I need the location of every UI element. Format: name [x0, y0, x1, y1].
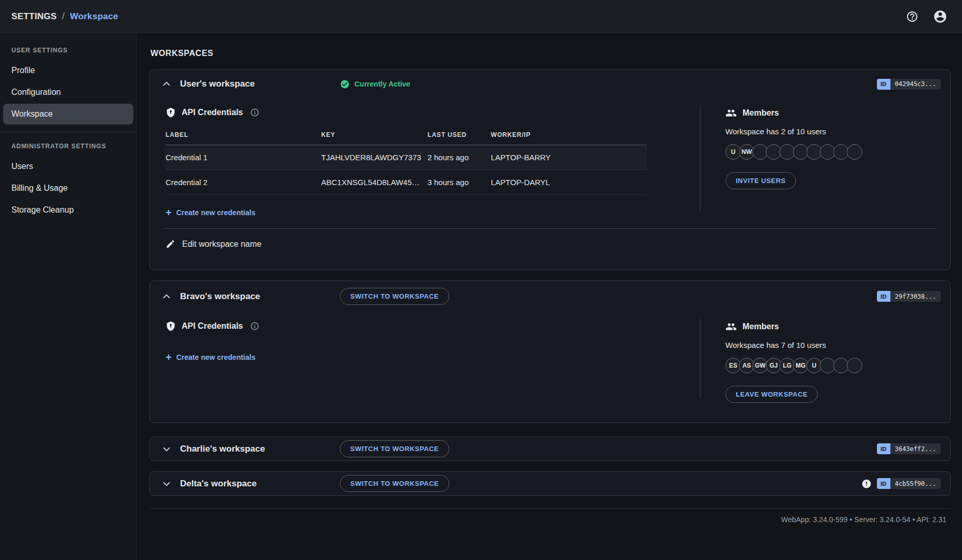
check-circle-icon — [340, 79, 350, 89]
credential-key: ABC1XNSGL54D8LAW45MA — [321, 178, 428, 187]
credentials-table-header: LABEL KEY LAST USED WORKER/IP — [166, 126, 647, 145]
workspace-id-badge[interactable]: ID 042945c3... — [877, 79, 941, 90]
topbar-actions — [904, 8, 949, 25]
id-value: 3643eff2... — [890, 443, 941, 454]
breadcrumb-settings[interactable]: SETTINGS — [11, 11, 57, 22]
credentials-table: LABEL KEY LAST USED WORKER/IP Credential… — [166, 126, 647, 195]
column-key: KEY — [321, 131, 428, 138]
leave-workspace-button[interactable]: LEAVE WORKSPACE — [725, 386, 818, 403]
id-value: 4cb55f90... — [890, 478, 941, 489]
breadcrumb: SETTINGS / Workspace — [11, 11, 118, 22]
members-section: Members Workspace has 2 of 10 users U NW — [700, 100, 937, 218]
members-avatar-row: U NW — [725, 144, 937, 160]
workspace-card-charlie: Charlie's workspace SWITCH TO WORKSPACE … — [149, 437, 951, 461]
member-avatar — [847, 358, 862, 373]
app-root: SETTINGS / Workspace USER SETTINGS Profi… — [0, 0, 962, 560]
workspace-card-delta: Delta's workspace SWITCH TO WORKSPACE ID… — [149, 471, 951, 496]
edit-workspace-name-label: Edit workspace name — [182, 240, 262, 249]
expand-chevron-down-icon[interactable] — [159, 442, 174, 456]
sidebar-item-storage-cleanup[interactable]: Storage Cleanup — [3, 200, 133, 220]
version-footer: WebApp: 3.24.0-599 • Server: 3.24.0-54 •… — [149, 508, 951, 524]
group-icon — [725, 107, 737, 119]
create-credentials-label: Create new credentials — [176, 353, 256, 361]
workspace-name: Delta's workspace — [180, 479, 257, 489]
sidebar: USER SETTINGS Profile Configuration Work… — [0, 33, 137, 560]
currently-active-status: Currently Active — [340, 79, 410, 89]
credential-label: Credential 1 — [166, 153, 321, 162]
credential-worker: LAPTOP-BARRY — [491, 153, 647, 162]
switch-to-workspace-button[interactable]: SWITCH TO WORKSPACE — [340, 475, 449, 492]
info-icon[interactable] — [250, 321, 259, 331]
credential-row[interactable]: Credential 2 ABC1XNSGL54D8LAW45MA 3 hour… — [166, 170, 647, 195]
currently-active-label: Currently Active — [354, 80, 410, 88]
credential-label: Credential 2 — [166, 178, 321, 187]
id-tag: ID — [877, 443, 890, 454]
workspace-id-badge[interactable]: ID 29f73038... — [877, 291, 941, 302]
expand-chevron-down-icon[interactable] — [159, 477, 174, 491]
api-credentials-section: API Credentials LABEL KEY LAST USED WORK… — [166, 100, 700, 218]
column-label: LABEL — [166, 131, 321, 138]
shield-key-icon — [166, 107, 176, 118]
credential-row[interactable]: Credential 1 TJAHLVDER8LAWDGY7373 2 hour… — [166, 145, 647, 170]
members-usage-text: Workspace has 7 of 10 users — [725, 341, 937, 349]
shield-key-icon — [166, 321, 176, 331]
members-header: Members — [725, 321, 937, 332]
top-bar: SETTINGS / Workspace — [0, 0, 962, 33]
members-section: Members Workspace has 7 of 10 users ES A… — [700, 314, 937, 403]
api-credentials-title: API Credentials — [182, 108, 243, 117]
workspace-id-badge[interactable]: ID 4cb55f90... — [877, 478, 941, 489]
main-content: WORKSPACES User's workspace — [137, 33, 962, 560]
sidebar-item-billing[interactable]: Billing & Usage — [3, 178, 133, 199]
workspace-header: Bravo's workspace SWITCH TO WORKSPACE ID… — [150, 281, 950, 312]
invite-users-button[interactable]: INVITE USERS — [725, 172, 796, 189]
sidebar-item-workspace[interactable]: Workspace — [3, 104, 133, 124]
page-title: WORKSPACES — [150, 49, 951, 58]
workspace-name: Charlie's workspace — [180, 444, 265, 454]
account-icon[interactable] — [932, 8, 949, 25]
id-tag: ID — [877, 291, 890, 302]
create-credentials-button[interactable]: + Create new credentials — [166, 207, 255, 218]
api-credentials-section: API Credentials + Create new credentials — [166, 314, 700, 403]
content-area: USER SETTINGS Profile Configuration Work… — [0, 33, 962, 560]
api-credentials-header: API Credentials — [166, 321, 700, 331]
api-credentials-title: API Credentials — [182, 321, 243, 331]
sidebar-item-users[interactable]: Users — [3, 156, 133, 177]
create-credentials-label: Create new credentials — [176, 208, 256, 217]
workspace-card-user: User's workspace Currently Active ID — [149, 69, 951, 270]
group-icon — [725, 321, 737, 332]
workspace-name: Bravo's workspace — [180, 291, 260, 302]
api-credentials-header: API Credentials — [166, 107, 700, 118]
help-icon[interactable] — [904, 8, 920, 25]
members-title: Members — [743, 108, 779, 118]
admin-settings-section-label: ADMINISTRATOR SETTINGS — [0, 134, 136, 155]
breadcrumb-separator: / — [62, 11, 64, 22]
card-divider — [163, 228, 937, 229]
members-title: Members — [743, 322, 779, 331]
edit-workspace-name-button[interactable]: Edit workspace name — [150, 229, 277, 270]
switch-to-workspace-button[interactable]: SWITCH TO WORKSPACE — [340, 288, 449, 305]
collapse-chevron-up-icon[interactable] — [159, 289, 174, 304]
breadcrumb-workspace: Workspace — [70, 11, 118, 22]
workspace-header: User's workspace Currently Active ID — [150, 70, 950, 98]
credential-last-used: 3 hours ago — [428, 178, 491, 187]
workspace-header: Delta's workspace SWITCH TO WORKSPACE ID… — [150, 472, 950, 495]
switch-to-workspace-button[interactable]: SWITCH TO WORKSPACE — [340, 440, 449, 457]
sidebar-divider — [0, 132, 136, 132]
credential-last-used: 2 hours ago — [428, 153, 491, 162]
pencil-icon — [166, 239, 175, 249]
sidebar-item-profile[interactable]: Profile — [3, 60, 133, 81]
credential-key: TJAHLVDER8LAWDGY7373 — [321, 153, 428, 162]
column-last-used: LAST USED — [428, 131, 491, 138]
plus-icon: + — [166, 352, 172, 362]
sidebar-item-configuration[interactable]: Configuration — [3, 82, 133, 103]
workspace-body: API Credentials LABEL KEY LAST USED WORK… — [150, 98, 950, 225]
collapse-chevron-up-icon[interactable] — [159, 77, 174, 91]
info-icon[interactable] — [250, 108, 259, 117]
workspace-id-badge[interactable]: ID 3643eff2... — [877, 443, 941, 454]
workspace-card-bravo: Bravo's workspace SWITCH TO WORKSPACE ID… — [149, 281, 951, 423]
workspace-name: User's workspace — [180, 79, 255, 89]
user-settings-section-label: USER SETTINGS — [0, 38, 136, 59]
create-credentials-button[interactable]: + Create new credentials — [166, 352, 255, 362]
id-value: 042945c3... — [890, 79, 941, 90]
plus-icon: + — [166, 207, 172, 218]
